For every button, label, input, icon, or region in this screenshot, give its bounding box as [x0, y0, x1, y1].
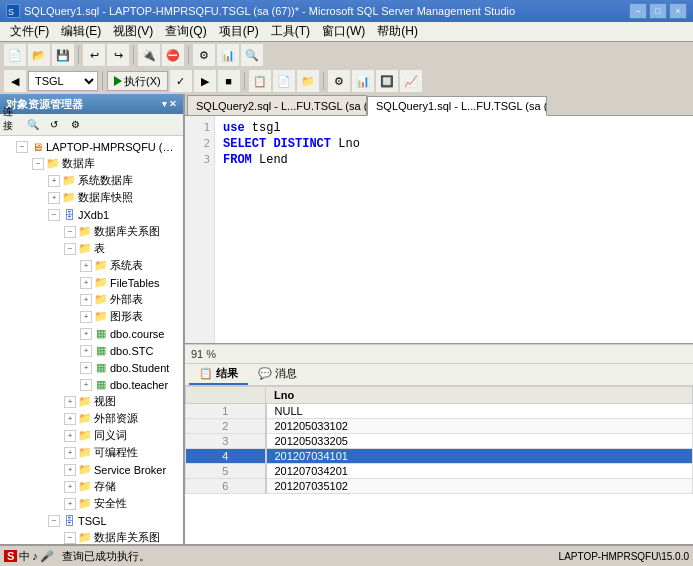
tree-item-diagrams[interactable]: − 📁 数据库关系图 — [0, 223, 183, 240]
row-num-4: 4 — [186, 449, 266, 464]
menu-edit[interactable]: 编辑(E) — [55, 22, 107, 41]
new-query-button[interactable]: 📄 — [4, 44, 26, 66]
system-db-label: 系统数据库 — [78, 173, 133, 188]
tb-extra-1[interactable]: ⚙ — [193, 44, 215, 66]
results-text-button[interactable]: 📄 — [273, 70, 295, 92]
tree-item-sys-tables[interactable]: + 📁 系统表 — [0, 257, 183, 274]
oe-connect-button[interactable]: 连接▼ — [2, 116, 22, 134]
messages-tab-icon: 💬 — [258, 367, 272, 380]
tree-item-dbo-course[interactable]: + ▦ dbo.course — [0, 325, 183, 342]
query-options-button[interactable]: ⚙ — [328, 70, 350, 92]
col-header-lno: Lno — [266, 387, 693, 404]
execute-button[interactable]: 执行(X) — [107, 71, 168, 91]
table-row[interactable]: 2 201205033102 — [186, 419, 693, 434]
tab-sqlquery1[interactable]: SQLQuery1.sql - L...FU.TSGL (sa (67))* × — [367, 96, 547, 116]
menu-help[interactable]: 帮助(H) — [371, 22, 424, 41]
table-icon-course: ▦ — [94, 327, 108, 341]
results-file-button[interactable]: 📁 — [297, 70, 319, 92]
open-button[interactable]: 📂 — [28, 44, 50, 66]
status-input-icon: 🎤 — [40, 550, 54, 563]
menu-tools[interactable]: 工具(T) — [265, 22, 316, 41]
tree-item-external-resources[interactable]: + 📁 外部资源 — [0, 410, 183, 427]
back-button[interactable]: ◀ — [4, 70, 26, 92]
results-grid-button[interactable]: 📋 — [249, 70, 271, 92]
tree-item-views[interactable]: + 📁 视图 — [0, 393, 183, 410]
minimize-button[interactable]: − — [629, 3, 647, 19]
results-tab-messages[interactable]: 💬 消息 — [248, 365, 307, 385]
include-actual-plan-button[interactable]: 🔲 — [376, 70, 398, 92]
folder-icon-views: 📁 — [78, 395, 92, 409]
sql-editor[interactable]: 1 2 3 use tsgl SELECT DISTINCT Lno FROM … — [185, 116, 693, 344]
snapshots-label: 数据库快照 — [78, 190, 133, 205]
menu-project[interactable]: 项目(P) — [213, 22, 265, 41]
menu-query[interactable]: 查询(Q) — [159, 22, 212, 41]
redo-button[interactable]: ↪ — [107, 44, 129, 66]
tree-item-tables-jx[interactable]: − 📁 表 — [0, 240, 183, 257]
tree-item-dbo-teacher[interactable]: + ▦ dbo.teacher — [0, 376, 183, 393]
connect-button[interactable]: 🔌 — [138, 44, 160, 66]
db-name-tsgl: tsgl — [245, 121, 281, 135]
tree-item-graph-tables[interactable]: + 📁 图形表 — [0, 308, 183, 325]
dbo-course-label: dbo.course — [110, 328, 164, 340]
close-button[interactable]: × — [669, 3, 687, 19]
tree-item-service-broker[interactable]: + 📁 Service Broker — [0, 461, 183, 478]
tree-item-external-tables[interactable]: + 📁 外部表 — [0, 291, 183, 308]
maximize-button[interactable]: □ — [649, 3, 667, 19]
tb-extra-2[interactable]: 📊 — [217, 44, 239, 66]
line-num-3: 3 — [203, 152, 214, 168]
parse-button[interactable]: ✓ — [170, 70, 192, 92]
tb-extra-3[interactable]: 🔍 — [241, 44, 263, 66]
include-live-query-button[interactable]: 📈 — [400, 70, 422, 92]
table-row[interactable]: 1 NULL — [186, 404, 693, 419]
tree-item-dbo-stc[interactable]: + ▦ dbo.STC — [0, 342, 183, 359]
stop-button[interactable]: ■ — [218, 70, 240, 92]
menu-view[interactable]: 视图(V) — [107, 22, 159, 41]
tree-item-security[interactable]: + 📁 安全性 — [0, 495, 183, 512]
database-selector[interactable]: TSGL — [28, 71, 98, 91]
play-icon — [114, 76, 122, 86]
tree-item-system-db[interactable]: + 📁 系统数据库 — [0, 172, 183, 189]
client-stats-button[interactable]: 📊 — [352, 70, 374, 92]
tree-item-snapshots[interactable]: + 📁 数据库快照 — [0, 189, 183, 206]
oe-tree[interactable]: − 🖥 LAPTOP-HMPRSQFU (SQL Server ▲ − 📁 数据… — [0, 136, 183, 544]
graph-tables-label: 图形表 — [110, 309, 143, 324]
tab-sqlquery2[interactable]: SQLQuery2.sql - L...FU.TSGL (sa (52))* × — [187, 95, 367, 115]
tree-item-tsgl-diagrams[interactable]: − 📁 数据库关系图 — [0, 529, 183, 544]
undo-button[interactable]: ↩ — [83, 44, 105, 66]
disconnect-button[interactable]: ⛔ — [162, 44, 184, 66]
row-lno-6: 201207035102 — [266, 479, 693, 494]
results-tab-results[interactable]: 📋 结果 — [189, 365, 248, 385]
results-grid[interactable]: Lno 1 NULL 2 201205033102 — [185, 386, 693, 544]
row-lno-1: NULL — [266, 404, 693, 419]
status-mic-icon: ♪ — [32, 550, 38, 562]
menu-file[interactable]: 文件(F) — [4, 22, 55, 41]
table-row[interactable]: 5 201207034201 — [186, 464, 693, 479]
tree-item-jxdb1[interactable]: − 🗄 JXdb1 — [0, 206, 183, 223]
table-row[interactable]: 3 201205033205 — [186, 434, 693, 449]
oe-filter-button[interactable]: 🔍 — [23, 116, 43, 134]
jxdb1-label: JXdb1 — [78, 209, 109, 221]
tree-item-storage[interactable]: + 📁 存储 — [0, 478, 183, 495]
table-row[interactable]: 6 201207035102 — [186, 479, 693, 494]
table-icon-stc: ▦ — [94, 344, 108, 358]
tree-item-server[interactable]: − 🖥 LAPTOP-HMPRSQFU (SQL Server ▲ — [0, 138, 183, 155]
storage-label: 存储 — [94, 479, 116, 494]
menu-window[interactable]: 窗口(W) — [316, 22, 371, 41]
tree-item-tsgl[interactable]: − 🗄 TSGL — [0, 512, 183, 529]
table-row-selected[interactable]: 4 201207034101 — [186, 449, 693, 464]
oe-refresh-button[interactable]: ↺ — [44, 116, 64, 134]
code-content[interactable]: use tsgl SELECT DISTINCT Lno FROM Lend — [215, 116, 693, 343]
tree-item-synonyms[interactable]: + 📁 同义词 — [0, 427, 183, 444]
debug-button[interactable]: ▶ — [194, 70, 216, 92]
security-label: 安全性 — [94, 496, 127, 511]
oe-extra-button[interactable]: ⚙ — [65, 116, 85, 134]
keyword-use: use — [223, 121, 245, 135]
save-button[interactable]: 💾 — [52, 44, 74, 66]
tree-item-databases[interactable]: − 📁 数据库 — [0, 155, 183, 172]
db-icon-tsgl: 🗄 — [62, 514, 76, 528]
tree-item-programmability[interactable]: + 📁 可编程性 — [0, 444, 183, 461]
oe-header: 对象资源管理器 ▾ ✕ — [0, 94, 183, 114]
tree-item-dbo-student[interactable]: + ▦ dbo.Student — [0, 359, 183, 376]
toolbars: 📄 📂 💾 ↩ ↪ 🔌 ⛔ ⚙ 📊 🔍 ◀ TSGL 执行(X) — [0, 42, 693, 94]
tree-item-filetables[interactable]: + 📁 FileTables — [0, 274, 183, 291]
